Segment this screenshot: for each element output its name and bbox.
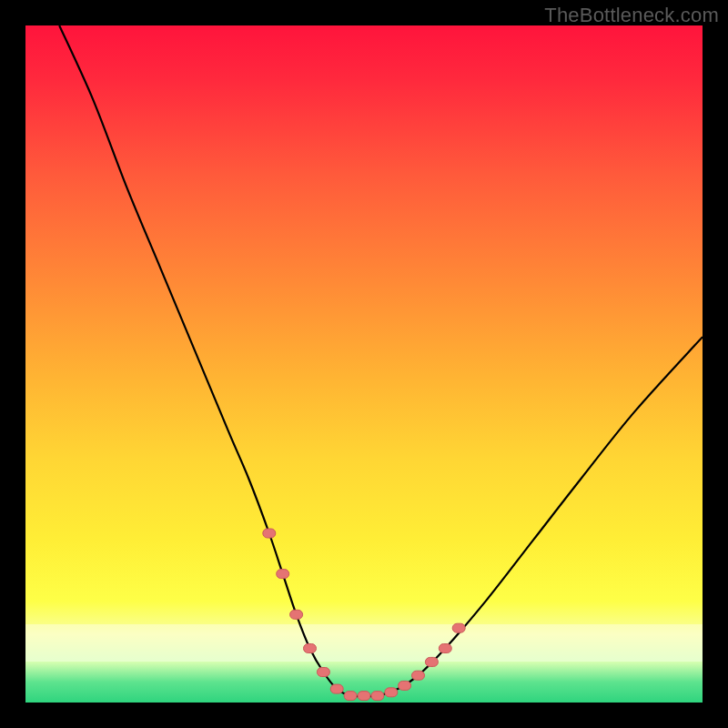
curve-marker (385, 688, 398, 697)
curve-marker (358, 692, 370, 701)
marker-group (263, 529, 465, 701)
highlight-band (25, 624, 703, 662)
curve-marker (425, 657, 438, 666)
curve-marker (439, 644, 451, 653)
curve-marker (452, 623, 465, 632)
curve-marker (263, 529, 276, 538)
chart-plot-area (25, 25, 703, 703)
curve-marker (344, 692, 357, 701)
curve-marker (412, 671, 425, 680)
curve-marker (277, 570, 289, 579)
curve-marker (290, 610, 303, 619)
chart-svg (25, 25, 703, 703)
watermark-text: TheBottleneck.com (544, 4, 719, 27)
curve-marker (399, 681, 411, 690)
bottleneck-curve-path (59, 25, 703, 696)
curve-marker (371, 692, 384, 701)
curve-marker (304, 644, 317, 653)
curve-marker (330, 684, 343, 693)
curve-marker (317, 668, 329, 677)
